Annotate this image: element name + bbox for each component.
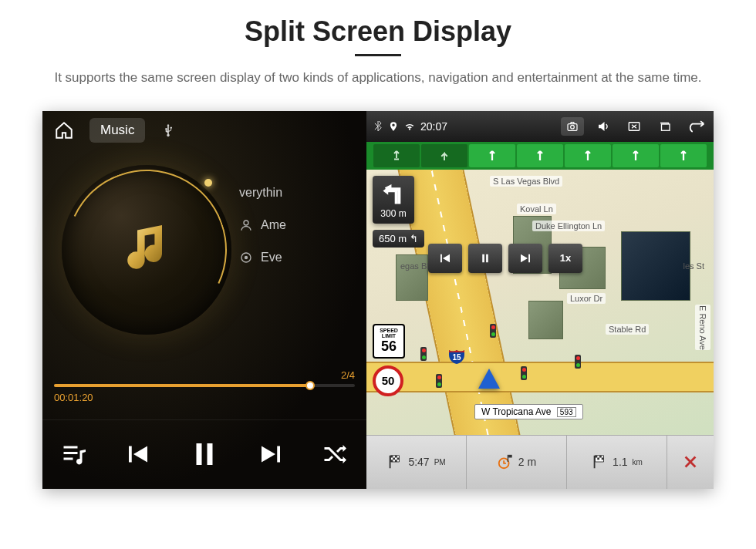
status-time: 20:07	[420, 120, 447, 133]
svg-rect-13	[662, 124, 670, 130]
progress-bar[interactable]	[54, 384, 355, 387]
svg-rect-32	[597, 458, 599, 460]
clock-flag-icon	[497, 453, 514, 470]
svg-rect-5	[64, 458, 73, 460]
svg-rect-28	[508, 455, 512, 458]
status-bar: 20:07	[366, 111, 714, 142]
svg-rect-15	[440, 254, 442, 262]
track-counter: 2/4	[54, 369, 355, 381]
lane-2	[421, 144, 467, 167]
highway-road	[398, 170, 520, 435]
location-icon	[388, 121, 399, 132]
street-label-reno: E Reno Ave	[695, 305, 710, 351]
split-screen-device: Music	[42, 111, 714, 489]
current-speed: 50	[373, 365, 403, 396]
traffic-light-icon	[436, 374, 442, 388]
nav-prev-button[interactable]	[428, 244, 462, 273]
traffic-light-icon	[575, 355, 581, 369]
svg-rect-7	[196, 443, 201, 465]
music-controls	[42, 419, 366, 489]
lane-1	[373, 144, 420, 167]
next-track-button[interactable]	[257, 440, 285, 468]
track-album: Eve	[261, 251, 282, 264]
svg-rect-6	[129, 446, 132, 463]
shuffle-button[interactable]	[321, 440, 349, 468]
svg-rect-18	[528, 254, 530, 262]
current-street-label: W Tropicana Ave 593	[474, 404, 583, 419]
music-panel: Music	[42, 111, 366, 489]
home-icon[interactable]	[54, 120, 74, 140]
nav-close-button[interactable]	[667, 436, 714, 489]
usb-icon[interactable]	[160, 123, 176, 138]
traffic-light-icon	[420, 347, 427, 361]
svg-point-11	[571, 125, 575, 129]
nav-next-button[interactable]	[508, 244, 542, 273]
nav-cursor-icon	[478, 369, 500, 389]
interstate-shield-icon: 15	[447, 347, 466, 365]
svg-rect-17	[486, 254, 488, 262]
building	[528, 301, 563, 339]
svg-rect-21	[395, 456, 397, 458]
next-turn-distance: 650 m ↰	[373, 230, 424, 248]
navigation-panel: 20:07	[366, 111, 714, 489]
title-underline	[355, 54, 401, 56]
svg-rect-33	[602, 458, 604, 460]
volume-button[interactable]	[592, 117, 615, 136]
wifi-icon	[403, 121, 416, 132]
nav-bottom-bar: 5:47 PM 2 m 1.1 km	[366, 435, 714, 489]
prev-track-button[interactable]	[124, 440, 152, 468]
track-title: verythin	[239, 186, 282, 200]
street-label-duke: Duke Ellington Ln	[532, 221, 605, 231]
bluetooth-icon	[373, 121, 383, 132]
street-label-luxor: Luxor Dr	[567, 293, 606, 304]
music-note-icon	[116, 219, 177, 281]
svg-rect-22	[393, 458, 396, 460]
turn-left-icon	[380, 180, 407, 207]
page-title: Split Screen Display	[31, 15, 725, 48]
street-label-koval: Koval Ln	[517, 204, 556, 214]
svg-rect-23	[397, 458, 400, 460]
lane-4	[517, 144, 563, 167]
svg-rect-27	[508, 455, 508, 462]
screenshot-button[interactable]	[561, 117, 584, 136]
svg-point-2	[245, 256, 248, 258]
svg-point-0	[244, 221, 248, 225]
pause-button[interactable]	[188, 438, 221, 470]
album-art-ring	[62, 165, 231, 335]
map-view[interactable]: S Las Vegas Blvd Koval Ln Duke Ellington…	[366, 170, 714, 435]
svg-rect-30	[596, 456, 598, 458]
nav-speed-button[interactable]: 1x	[548, 244, 582, 273]
distance-flag-icon	[591, 453, 608, 470]
street-label-stable: Stable Rd	[606, 324, 649, 335]
close-app-button[interactable]	[623, 117, 646, 136]
cross-road	[366, 362, 714, 392]
lane-7	[660, 144, 707, 167]
back-button[interactable]	[684, 117, 707, 136]
trip-duration: 2 m	[467, 436, 567, 489]
lane-6	[613, 144, 659, 167]
svg-rect-9	[277, 446, 280, 463]
lane-5	[565, 144, 611, 167]
track-title-row: verythin	[239, 177, 355, 209]
person-icon	[239, 218, 253, 232]
svg-rect-24	[391, 460, 393, 462]
turn-distance: 300 m	[380, 208, 406, 219]
svg-rect-8	[207, 443, 212, 465]
track-artist: Ame	[261, 218, 286, 232]
svg-rect-3	[64, 446, 78, 449]
lane-3	[469, 144, 515, 167]
progress-section: 2/4 00:01:20	[54, 369, 355, 403]
svg-rect-25	[395, 460, 397, 462]
page-description: It supports the same screen display of t…	[31, 68, 725, 88]
playlist-button[interactable]	[60, 440, 88, 468]
nav-pause-button[interactable]	[468, 244, 502, 273]
tab-music[interactable]: Music	[89, 118, 145, 143]
disc-icon	[239, 251, 253, 264]
lane-guidance	[366, 142, 714, 170]
trip-distance: 1.1 km	[567, 436, 667, 489]
turn-instruction: 300 m	[373, 176, 414, 224]
svg-rect-20	[391, 456, 393, 458]
svg-text:15: 15	[452, 353, 461, 362]
destination-flag-icon	[386, 453, 403, 470]
recent-apps-button[interactable]	[653, 117, 677, 136]
